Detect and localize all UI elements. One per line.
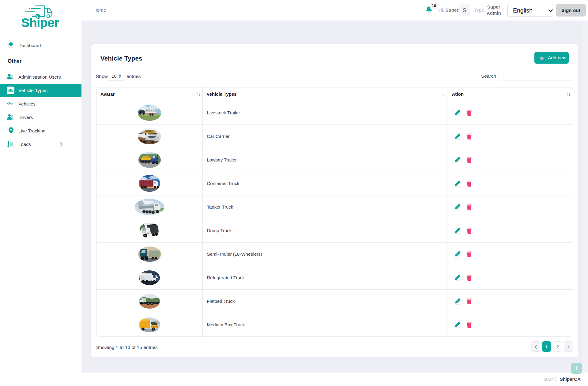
svg-text:Shiper: Shiper bbox=[21, 15, 59, 30]
